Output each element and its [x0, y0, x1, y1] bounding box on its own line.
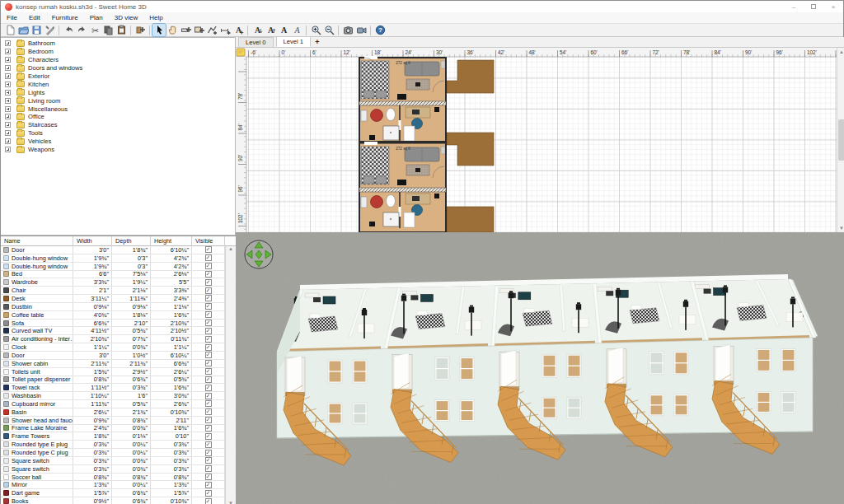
scroll-up-icon[interactable]: ▲ [228, 246, 233, 251]
save-button[interactable] [30, 24, 43, 36]
furniture-row[interactable]: Desk3'11¼"1'11⅜"2'4⅜"✓ [1, 295, 236, 303]
pan-button[interactable] [166, 24, 179, 36]
furniture-row[interactable]: Double-hung window1'9¾"0'3"4'2¾"✓ [1, 263, 236, 271]
3d-navigation-compass[interactable] [245, 240, 273, 268]
create-dimensions-button[interactable] [218, 24, 232, 36]
category-lights[interactable]: Lights [1, 88, 235, 96]
column-header-name[interactable]: Name [1, 236, 73, 246]
furniture-row[interactable]: Coffee table4'0¾"1'8⅛"1'6¾"✓ [1, 311, 236, 320]
furniture-row[interactable]: Soccer ball0'8¾"0'8¾"0'8¾"✓ [1, 474, 236, 482]
furniture-row[interactable]: Shower cabin2'11¾"2'11¾"6'6¾"✓ [1, 360, 236, 368]
expand-icon[interactable] [5, 49, 11, 54]
furniture-row[interactable]: Basin2'6¼"2'1¾"0'10¾"✓ [1, 408, 236, 417]
furniture-row[interactable]: Books0'9½"0'6¾"0'10¾"✓ [1, 497, 236, 504]
visible-checkbox[interactable]: ✓ [205, 498, 212, 504]
furniture-row[interactable]: Air conditioning - Inter…2'10¾"0'7¾"0'11… [1, 335, 236, 343]
furniture-row[interactable]: Chair2'1"2'1⅛"3'3⅜"✓ [1, 287, 236, 295]
category-staircases[interactable]: Staircases [1, 121, 235, 129]
category-tools[interactable]: Tools [1, 129, 235, 138]
furniture-row[interactable]: Frame Towers1'8¾"0'1⅛"0'10"✓ [1, 432, 236, 441]
category-bedroom[interactable]: Bedroom [1, 48, 235, 56]
decrease-text-size-button[interactable]: A [251, 24, 264, 36]
help-button[interactable]: ? [373, 24, 387, 36]
visible-checkbox[interactable]: ✓ [205, 320, 212, 326]
category-office[interactable]: Office [1, 113, 235, 121]
category-miscellaneous[interactable]: Miscellaneous [1, 105, 235, 113]
bold-button[interactable]: A [277, 24, 290, 36]
furniture-row[interactable]: Dustbin0'9⅛"0'9⅛"1'1⅛"✓ [1, 303, 236, 311]
open-button[interactable] [16, 24, 30, 36]
visible-checkbox[interactable]: ✓ [205, 385, 212, 391]
visible-checkbox[interactable]: ✓ [205, 311, 212, 318]
maximize-button[interactable] [804, 1, 823, 12]
increase-text-size-button[interactable]: A [264, 24, 277, 36]
create-rooms-button[interactable] [192, 24, 205, 36]
visible-checkbox[interactable]: ✓ [205, 474, 212, 480]
category-weapons[interactable]: Weapons [1, 146, 235, 154]
expand-icon[interactable] [5, 130, 11, 136]
menu-help[interactable]: Help [143, 12, 168, 23]
copy-button[interactable] [101, 24, 115, 36]
paste-button[interactable] [115, 24, 128, 36]
visible-checkbox[interactable]: ✓ [205, 254, 212, 261]
furniture-row[interactable]: Cupboard mirror1'11¾"0'5¾"2'6¾"✓ [1, 400, 236, 408]
visible-checkbox[interactable]: ✓ [205, 279, 212, 286]
zoom-in-button[interactable] [309, 24, 322, 36]
expand-icon[interactable] [5, 122, 11, 128]
visible-checkbox[interactable]: ✓ [205, 303, 212, 310]
furniture-row[interactable]: Curved wall TV4'11½"0'5¾"2'10½"✓ [1, 327, 236, 335]
expand-icon[interactable] [5, 65, 11, 71]
furniture-row[interactable]: Bed6'6"7'5⅛"2'6⅛"✓ [1, 271, 236, 279]
new-button[interactable] [3, 24, 16, 36]
menu-file[interactable]: File [1, 12, 23, 23]
visible-checkbox[interactable]: ✓ [205, 246, 212, 253]
expand-icon[interactable] [5, 82, 11, 87]
menu-3d-view[interactable]: 3D view [109, 12, 143, 23]
category-living-room[interactable]: Living room [1, 96, 235, 105]
category-bathroom[interactable]: Bathroom [1, 40, 235, 48]
tab-level-0[interactable]: Level 0 [238, 37, 274, 47]
visible-checkbox[interactable]: ✓ [205, 360, 212, 366]
video-button[interactable] [354, 24, 368, 36]
visible-checkbox[interactable]: ✓ [205, 393, 212, 399]
category-doors-and-windows[interactable]: Doors and windows [1, 64, 235, 72]
scroll-up-icon[interactable]: ▲ [837, 48, 844, 56]
cut-button[interactable]: ✂ [88, 24, 101, 36]
italic-button[interactable]: A [290, 24, 303, 36]
expand-icon[interactable] [5, 138, 11, 144]
column-header-visible[interactable]: Visible [192, 236, 225, 246]
scroll-down-icon[interactable]: ▼ [228, 501, 233, 504]
select-button[interactable] [152, 24, 166, 36]
furniture-row[interactable]: Rounded type E plug0'3¾"0'0¼"0'3¾"✓ [1, 441, 236, 449]
visible-checkbox[interactable]: ✓ [205, 425, 212, 432]
furniture-row[interactable]: Toilets unit1'5¾"2'9½"2'6¼"✓ [1, 368, 236, 376]
expand-icon[interactable] [5, 57, 11, 63]
visible-checkbox[interactable]: ✓ [205, 417, 212, 423]
scroll-down-icon[interactable]: ▼ [837, 224, 844, 232]
table-scrollbar[interactable]: ▲▼ [225, 246, 236, 504]
expand-icon[interactable] [5, 73, 11, 79]
furniture-row[interactable]: Door3'0"1'0½"6'10¼"✓ [1, 352, 236, 360]
menu-furniture[interactable]: Furniture [46, 12, 84, 23]
furniture-row[interactable]: Dart game1'5⅞"0'6¾"1'5⅞"✓ [1, 489, 236, 497]
category-kitchen[interactable]: Kitchen [1, 80, 235, 88]
3d-view[interactable] [236, 232, 844, 504]
furniture-row[interactable]: Double-hung window1'9¾"0'3"4'2¾"✓ [1, 254, 236, 263]
category-vehicles[interactable]: Vehicles [1, 138, 235, 146]
visible-checkbox[interactable]: ✓ [205, 263, 212, 269]
visible-checkbox[interactable]: ✓ [205, 368, 212, 375]
expand-icon[interactable] [5, 40, 11, 46]
furniture-row[interactable]: Wardrobe3'3¾"1'9¼"5'5"✓ [1, 278, 236, 287]
undo-button[interactable] [62, 24, 75, 36]
add-text-button[interactable]: A [232, 24, 245, 36]
plan-canvas[interactable]: -6'0'6'12'18'24'30'36'42'48'54'60'66'72'… [236, 48, 837, 232]
column-header-depth[interactable]: Depth [112, 236, 151, 246]
furniture-row[interactable]: Door3'0"1'8¾"6'10¼"✓ [1, 246, 236, 254]
zoom-out-button[interactable] [322, 24, 335, 36]
furniture-row[interactable]: Square switch0'3¾"0'0¾"0'3¾"✓ [1, 457, 236, 465]
furniture-row[interactable]: Sofa6'6¾"2'10"2'10¾"✓ [1, 320, 236, 328]
close-button[interactable]: × [823, 1, 843, 12]
redo-button[interactable] [75, 24, 88, 36]
create-polylines-button[interactable] [205, 24, 218, 36]
expand-icon[interactable] [5, 90, 11, 96]
